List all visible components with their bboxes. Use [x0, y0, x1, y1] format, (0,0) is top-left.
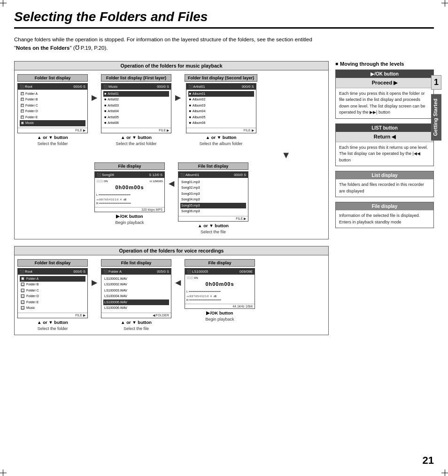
vp1-item0: 🔲Folder A — [20, 276, 85, 282]
left-column: Operation of the folders for music playb… — [14, 61, 329, 342]
panel1-device: ⬛ Root 000/0 S 🔲Folder A 🔲Folder B 🔲Fold… — [17, 83, 88, 133]
voice-folder-panel: Folder list display ⬛ Root 000/0 S 🔲Fold… — [17, 259, 88, 331]
down-arrow-music: ▼ — [281, 150, 291, 161]
arrow5-left: ◀ — [174, 278, 182, 287]
file-display-desc: Begin playback — [115, 220, 144, 225]
chapter-number: 1 — [431, 75, 441, 90]
panel3-desc: Select the album folder — [199, 141, 242, 146]
p1-item5: 🔲Music — [20, 120, 85, 126]
panel3-footer: FILE ▶ — [186, 128, 256, 133]
p1-item0: 🔲Folder A — [20, 91, 85, 97]
p3-item1: ■Album02 — [188, 97, 254, 103]
vp2-title: File list display — [101, 259, 171, 267]
vp2-header: ⬛ Folder A 005/0 S — [101, 269, 171, 275]
page-number: 21 — [423, 454, 434, 467]
p2-item3: ■Artist04 — [103, 108, 169, 115]
file-display-btn: ▶/OK button — [116, 214, 143, 219]
panel3-device: ⬛ Artist01 000/0 S ■Album01 ■Album02 ■Al… — [186, 83, 256, 133]
file-list-header: ⬛ Album01 000/0 S — [178, 172, 248, 178]
vp3-desc: Begin playback — [205, 317, 234, 322]
folder-list-first-panel: Folder list display (First layer) ⬛ Musi… — [101, 74, 171, 146]
intro-text: Change folders while the operation is st… — [14, 35, 315, 53]
vp1-body: 🔲Folder A 🔲Folder B 🔲Folder C 🔲Folder D … — [18, 275, 87, 313]
panel1-footer: FILE ▶ — [18, 128, 87, 133]
list-display-box: List display The folders and files recor… — [335, 171, 434, 197]
file-display-footer: 320 kbps MP3 — [95, 207, 164, 212]
arrow3-left: ◀ — [167, 179, 176, 188]
arrow2: ▶ — [174, 93, 182, 102]
p2-item2: ■Artist03 — [103, 103, 169, 109]
file-list-device: ⬛ Album01 000/0 S Song01.mp3 Song02.mp3 … — [178, 171, 248, 222]
vp1-item3: 🔲Folder D — [20, 293, 85, 299]
panel3-header: ⬛ Artist01 000/0 S — [186, 84, 256, 90]
arrow4: ▶ — [90, 278, 99, 287]
list-button-label: LIST button — [336, 124, 433, 132]
p3-item2: ■Album03 — [188, 103, 254, 109]
vp3-footer: 44.1kHz 16bit — [185, 304, 255, 308]
vp2-item3: LS100004.WAV — [103, 293, 169, 299]
vp1-device: ⬛ Root 000/0 S 🔲Folder A 🔲Folder B 🔲Fold… — [17, 268, 88, 318]
panel3-body: ■Album01 ■Album02 ■Album03 ■Album04 ■Alb… — [186, 90, 256, 128]
list-display-desc: The folders and files recorded in this r… — [336, 179, 433, 197]
list-display-title: List display — [336, 171, 433, 179]
panel2-body: ■Artist01 ■Artist02 ■Artist03 ■Artist04 … — [101, 90, 171, 128]
fl-item4: Song05.mp3 — [180, 203, 246, 209]
p2-item4: ■Artist05 — [103, 115, 169, 121]
p3-item0: ■Album01 — [188, 91, 254, 97]
voice-section: Operation of the folders for voice recor… — [14, 246, 329, 335]
vp3-title: File display — [185, 259, 255, 267]
vp1-desc: Select the folder — [37, 326, 68, 331]
return-desc: Each time you press this it returns up o… — [336, 142, 433, 166]
vp2-item4: LS100006.WAV — [103, 299, 169, 306]
arrow1: ▶ — [90, 93, 99, 102]
vp3-btn: ▶/OK button — [206, 310, 233, 315]
file-display-info-desc: Information of the selected file is disp… — [336, 210, 433, 228]
return-box: LIST button Return ◀ Each time you press… — [335, 123, 434, 167]
voice-file-list-panel: File list display ⬛ Folder A 005/0 S LS1… — [101, 259, 171, 331]
p3-item3: ■Album04 — [188, 108, 254, 115]
fl-item5: Song06.mp3 — [180, 208, 246, 215]
p2-item0: ■Artist01 — [103, 91, 169, 97]
fl-item2: Song03.mp3 — [180, 191, 246, 197]
folder-list-panel: Folder list display ⬛ Root 000/0 S 🔲Fold… — [17, 74, 88, 146]
proceed-button-label: ▶/OK button — [336, 70, 433, 78]
vp2-btn: ▲ or ▼ button — [121, 320, 152, 325]
vp2-footer: ◀ FOLDER — [101, 313, 171, 318]
p1-item3: 🔲Folder D — [20, 108, 85, 115]
p3-item4: ■Album05 — [188, 115, 254, 121]
panel3-title: Folder list display (Second layer) — [185, 74, 257, 82]
p1-item4: 🔲Folder E — [20, 115, 85, 121]
vp1-item4: 🔲Folder E — [20, 299, 85, 306]
file-list-footer: FILE ▶ — [178, 216, 248, 221]
panel1-desc: Select the folder — [37, 141, 68, 146]
file-display-panel: File display ⬛ Song06 S 12/0 S ⬜⬜ ONH 12… — [94, 162, 165, 225]
p3-item5: ■Album06 — [188, 120, 254, 126]
file-display-device: ⬛ Song06 S 12/0 S ⬜⬜ ONH 12M36S 0h00m00s… — [94, 171, 165, 212]
file-display-header: ⬛ Song06 S 12/0 S — [95, 172, 164, 178]
vp2-device: ⬛ Folder A 005/0 S LS100001.WAV LS100002… — [101, 268, 171, 318]
file-list-btn: ▲ or ▼ button — [198, 223, 229, 228]
fl-item3: Song04.mp3 — [180, 197, 246, 203]
vp1-header: ⬛ Root 000/0 S — [18, 269, 87, 275]
vp2-item5: LS100006.WAV — [103, 305, 169, 311]
panel2-title: Folder list display (First layer) — [101, 74, 171, 82]
vp2-desc: Select the file — [124, 326, 149, 331]
voice-section-title: Operation of the folders for voice recor… — [15, 246, 328, 255]
page-title: Selecting the Folders and Files — [14, 9, 434, 29]
vp1-footer: FILE ▶ — [18, 313, 87, 318]
panel1-title: Folder list display — [17, 74, 88, 82]
voice-file-display-panel: File display ⬛ LS100005 009/09E ⬜⬜ ON 0h… — [185, 259, 255, 322]
file-list-body: Song01.mp3 Song02.mp3 Song03.mp3 Song04.… — [178, 178, 248, 216]
music-section: Operation of the folders for music playb… — [14, 61, 329, 239]
file-list-title: File list display — [178, 162, 248, 170]
file-display-info-box: File display Information of the selected… — [335, 202, 434, 228]
panel2-btn: ▲ or ▼ button — [121, 135, 152, 140]
panel1-body: 🔲Folder A 🔲Folder B 🔲Folder C 🔲Folder D … — [18, 90, 87, 128]
vp3-header: ⬛ LS100005 009/09E — [185, 269, 255, 275]
file-display-info-title: File display — [336, 202, 433, 210]
chapter-indicator: Getting Started — [431, 94, 441, 140]
proceed-label: Proceed ▶ — [336, 78, 433, 88]
vp2-item2: LS100003.WAV — [103, 288, 169, 294]
panel2-desc: Select the artist folder — [116, 141, 156, 146]
panel2-header: ⬛ Music 000/0 S — [101, 84, 171, 90]
